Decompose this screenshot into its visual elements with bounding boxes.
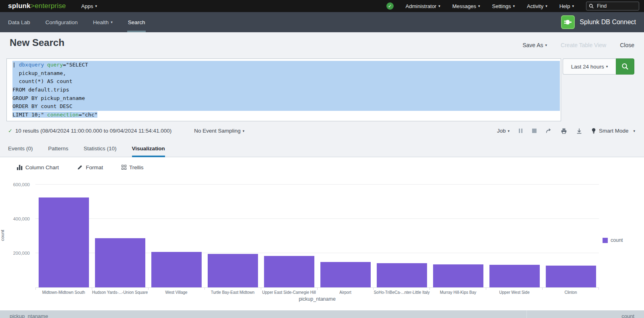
query-line: ORDER BY count DESC	[12, 102, 560, 111]
db-connect-plug-icon[interactable]	[561, 15, 575, 29]
top-nav-right: ✓ Administrator▾ Messages▾ Settings▾ Act…	[386, 2, 639, 10]
splunk-logo[interactable]: splunk>enterprise	[8, 2, 66, 10]
column-header-pickup-ntaname[interactable]: pickup_ntaname	[10, 313, 48, 318]
chart-bars	[35, 179, 599, 287]
search-submit-button[interactable]	[616, 58, 634, 75]
page-title: New Search	[10, 37, 64, 48]
y-tick-label: 200,000	[13, 250, 30, 256]
settings-label: Settings	[492, 3, 511, 9]
find-input[interactable]	[596, 3, 636, 9]
trellis-label: Trellis	[129, 164, 144, 170]
stop-icon	[532, 129, 537, 133]
tab-statistics-label: Statistics (10)	[84, 145, 117, 152]
pencil-icon	[77, 164, 83, 170]
settings-menu[interactable]: Settings▾	[492, 3, 515, 9]
bar-3[interactable]	[151, 252, 202, 287]
bar-10[interactable]	[546, 266, 596, 287]
logo-brand: splunk	[8, 2, 31, 10]
data-lab-label: Data Lab	[8, 19, 30, 25]
event-sampling-menu[interactable]: No Event Sampling▾	[194, 128, 244, 134]
close-button[interactable]: Close	[620, 42, 634, 48]
apps-menu-label: Apps	[81, 3, 93, 9]
query-line: count(*) AS count	[12, 77, 560, 86]
trellis-button[interactable]: Trellis	[122, 164, 144, 170]
administrator-label: Administrator	[406, 3, 437, 9]
splunk-page: splunk>enterprise Apps▾ ✓ Administrator▾…	[0, 0, 644, 318]
nav-item-search[interactable]: Search	[128, 12, 145, 32]
create-table-view-button: Create Table View	[561, 42, 606, 48]
chart-plot-area	[35, 179, 599, 288]
health-label: Health	[93, 19, 109, 25]
column-header-count[interactable]: count	[621, 313, 634, 318]
header-actions: Save As▾ Create Table View Close	[522, 42, 634, 48]
category-label: Midtown-Midtown South	[35, 290, 92, 295]
find-search-box[interactable]	[586, 2, 639, 10]
configuration-label: Configuration	[45, 19, 78, 25]
chart-type-label: Column Chart	[25, 164, 59, 170]
share-button[interactable]	[545, 128, 552, 134]
tab-patterns[interactable]: Patterns	[48, 140, 68, 157]
status-ok-icon[interactable]: ✓	[386, 2, 394, 10]
search-icon	[589, 4, 594, 8]
export-button[interactable]	[576, 128, 582, 134]
stop-button[interactable]	[532, 129, 537, 133]
nav-item-health[interactable]: Health▾	[93, 12, 113, 32]
help-menu[interactable]: Help▾	[559, 3, 574, 9]
trellis-icon	[122, 165, 126, 170]
apps-menu[interactable]: Apps▾	[81, 3, 97, 9]
bar-4[interactable]	[208, 254, 258, 287]
pause-button[interactable]	[518, 129, 523, 133]
messages-menu[interactable]: Messages▾	[452, 3, 480, 9]
bar-8[interactable]	[433, 264, 483, 287]
category-label: Upper East Side-Carnegie Hill	[261, 290, 317, 295]
query-line: GROUP BY pickup_ntaname	[12, 94, 560, 103]
tab-visualization[interactable]: Visualization	[132, 140, 165, 157]
format-button[interactable]: Format	[77, 164, 103, 170]
query-line: | dbxquery query="SELECT	[12, 61, 560, 69]
results-tabs: Events (0) Patterns Statistics (10) Visu…	[0, 140, 644, 157]
bar-9[interactable]	[489, 265, 540, 287]
administrator-menu[interactable]: Administrator▾	[406, 3, 440, 9]
statistics-table-header: pickup_ntaname count	[0, 310, 644, 318]
job-label: Job	[497, 128, 506, 134]
legend-swatch[interactable]	[603, 238, 608, 243]
time-range-button[interactable]: Last 24 hours▾	[563, 58, 616, 75]
chevron-down-icon: ▾	[438, 4, 440, 8]
save-as-label: Save As	[522, 42, 543, 48]
search-query-input[interactable]: | dbxquery query="SELECT pickup_ntaname,…	[6, 58, 561, 121]
job-menu[interactable]: Job▾	[497, 128, 510, 134]
nav-item-configuration[interactable]: Configuration	[45, 12, 78, 32]
category-label: Turtle Bay-East Midtown	[204, 290, 261, 295]
format-label: Format	[86, 164, 103, 170]
app-nav-bar: Data Lab Configuration Health▾ Search Sp…	[0, 12, 644, 32]
smart-mode-menu[interactable]: Smart Mode▾	[591, 128, 635, 134]
y-axis-ticks: 200,000400,000600,000	[0, 179, 31, 287]
x-axis-category-labels: Midtown-Midtown SouthHudson Yards-...-Un…	[35, 290, 599, 295]
legend-label: count	[611, 237, 623, 243]
x-axis-title: pickup_ntaname	[35, 296, 599, 302]
nav-item-data-lab[interactable]: Data Lab	[8, 12, 30, 32]
bar-6[interactable]	[320, 262, 371, 287]
create-table-view-label: Create Table View	[561, 42, 606, 48]
category-label: Clinton	[543, 290, 599, 295]
query-line: LIMIT 10;" connection="chc"	[12, 111, 560, 119]
category-label: Murray Hill-Kips Bay	[430, 290, 486, 295]
y-tick-label: 600,000	[13, 182, 30, 187]
bar-2[interactable]	[95, 238, 145, 287]
tab-events[interactable]: Events (0)	[8, 140, 33, 157]
viz-toolbar: Column Chart Format Trellis	[0, 157, 644, 177]
activity-menu[interactable]: Activity▾	[527, 3, 547, 9]
chevron-down-icon: ▾	[243, 129, 245, 133]
bar-5[interactable]	[264, 256, 314, 287]
chevron-down-icon: ▾	[478, 4, 480, 8]
time-range-label: Last 24 hours	[571, 64, 604, 70]
x-axis-ticks	[35, 288, 599, 290]
chart-type-button[interactable]: Column Chart	[17, 164, 59, 170]
print-button[interactable]	[561, 128, 567, 134]
category-label: Upper West Side	[486, 290, 543, 295]
tab-statistics[interactable]: Statistics (10)	[84, 140, 117, 157]
save-as-button[interactable]: Save As▾	[522, 42, 547, 48]
results-check-icon: ✓	[8, 128, 12, 134]
bar-1[interactable]	[39, 197, 89, 287]
bar-7[interactable]	[377, 263, 427, 287]
